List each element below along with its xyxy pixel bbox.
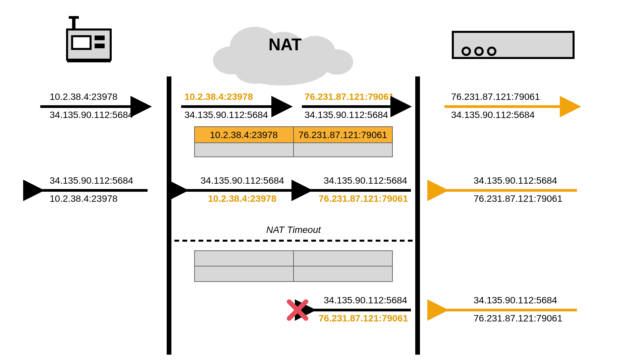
nat-timeout-label: NAT Timeout	[266, 225, 321, 235]
drop-x-icon	[289, 302, 306, 318]
r2c1-top: 34.135.90.112:5684	[50, 175, 133, 186]
svg-rect-2	[95, 36, 105, 40]
flow-row-1: 10.2.38.4:23978 34.135.90.112:5684 10.2.…	[40, 92, 577, 120]
r1c1-top: 10.2.38.4:23978	[50, 92, 117, 102]
r3c3-top: 34.135.90.112:5684	[324, 295, 407, 305]
nat-table-empty	[195, 251, 392, 282]
nat-table-right: 76.231.87.121:79061	[299, 130, 387, 140]
svg-rect-6	[67, 60, 111, 62]
client-device-icon	[67, 16, 111, 62]
r2c4-top: 34.135.90.112:5684	[474, 175, 557, 186]
flow-row-2: 34.135.90.112:5684 10.2.38.4:23978 34.13…	[40, 175, 577, 204]
r2c3-top: 34.135.90.112:5684	[324, 175, 407, 186]
r1c2-bot: 34.135.90.112:5684	[184, 110, 268, 120]
r2c2-bot: 10.2.38.4:23978	[208, 193, 276, 204]
r3c4-top: 34.135.90.112:5684	[474, 295, 557, 305]
nat-left-bar	[167, 76, 171, 355]
svg-rect-1	[72, 36, 91, 49]
r1c3-top: 76.231.87.121:79061	[305, 92, 394, 102]
r3c3-bot: 76.231.87.121:79061	[319, 313, 408, 323]
nat-cloud-icon: NAT	[213, 27, 353, 85]
svg-rect-14	[453, 32, 574, 58]
r1c4-bot: 34.135.90.112:5684	[451, 110, 535, 120]
r2c3-bot: 76.231.87.121:79061	[319, 193, 408, 204]
flow-row-3: 34.135.90.112:5684 76.231.87.121:79061 3…	[289, 295, 577, 323]
r2c2-top: 34.135.90.112:5684	[201, 175, 284, 186]
r2c1-bot: 10.2.38.4:23978	[50, 193, 117, 204]
r3c4-bot: 76.231.87.121:79061	[474, 313, 562, 323]
nat-table: 10.2.38.4:23978 76.231.87.121:79061	[195, 127, 392, 157]
svg-rect-3	[95, 44, 105, 48]
r1c4-top: 76.231.87.121:79061	[451, 92, 540, 102]
svg-rect-5	[69, 16, 79, 19]
svg-point-13	[235, 57, 275, 84]
r1c3-bot: 34.135.90.112:5684	[305, 110, 388, 120]
r2c4-bot: 76.231.87.121:79061	[474, 193, 562, 204]
r1c2-top: 10.2.38.4:23978	[184, 92, 253, 102]
nat-table-left: 10.2.38.4:23978	[210, 130, 278, 140]
nat-title: NAT	[268, 35, 302, 54]
nat-right-bar	[415, 76, 420, 355]
r1c1-bot: 34.135.90.112:5684	[50, 110, 133, 120]
server-icon	[453, 32, 574, 58]
